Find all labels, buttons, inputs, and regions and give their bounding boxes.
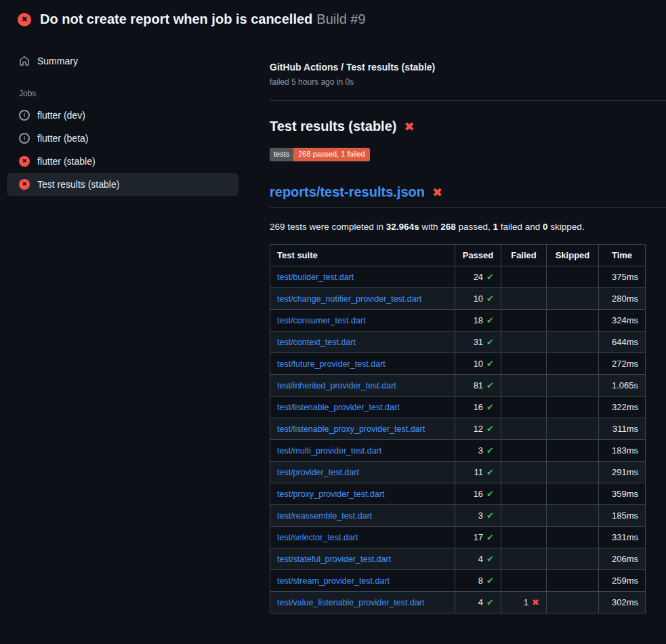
passed-cell: 3✔ (455, 505, 501, 527)
sidebar-jobs-list: !flutter (dev)!flutter (beta)✖flutter (s… (7, 104, 238, 196)
passed-cell: 18✔ (455, 310, 501, 331)
test-suite-link[interactable]: test/reassemble_test.dart (277, 511, 372, 521)
check-icon: ✔ (486, 337, 494, 347)
skipped-cell (547, 483, 599, 505)
test-suite-link[interactable]: test/multi_provider_test.dart (277, 446, 381, 456)
time-cell: 259ms (599, 570, 646, 592)
failed-cell (501, 548, 547, 570)
test-suite-link[interactable]: test/future_provider_test.dart (277, 359, 386, 369)
time-cell: 302ms (599, 592, 646, 613)
sidebar-item-label: Test results (stable) (37, 179, 119, 190)
test-suite-link[interactable]: test/change_notifier_provider_test.dart (277, 294, 421, 304)
column-header: Passed (455, 245, 501, 266)
column-header: Time (599, 245, 646, 266)
suite-cell: test/listenable_proxy_provider_test.dart (270, 418, 455, 440)
layout: Summary Jobs !flutter (dev)!flutter (bet… (0, 37, 666, 644)
section-title-text: Test results (stable) (270, 119, 396, 134)
test-suite-link[interactable]: test/value_listenable_provider_test.dart (277, 598, 425, 607)
suite-cell: test/inherited_provider_test.dart (270, 375, 455, 397)
sidebar-item-label: Summary (37, 56, 78, 66)
table-row: test/inherited_provider_test.dart81✔1.06… (270, 375, 646, 397)
failed-cell (501, 266, 547, 288)
home-icon (19, 56, 30, 66)
passed-cell: 31✔ (455, 331, 501, 353)
failed-cell (501, 570, 547, 592)
failed-icon: ✖ (19, 156, 30, 167)
skipped-cell (547, 462, 599, 483)
test-suite-link[interactable]: test/listenable_proxy_provider_test.dart (277, 424, 425, 434)
jobs-section-label: Jobs (19, 89, 238, 98)
test-suite-link[interactable]: test/listenable_provider_test.dart (277, 403, 400, 412)
test-suite-link[interactable]: test/stateful_provider_test.dart (277, 555, 391, 564)
passed-cell: 12✔ (455, 418, 501, 440)
skipped-cell (547, 375, 599, 397)
check-icon: ✔ (486, 294, 494, 304)
results-table-body: test/builder_test.dart24✔375mstest/chang… (270, 266, 646, 613)
section-title: Test results (stable) ✖ (270, 119, 666, 134)
test-suite-link[interactable]: test/builder_test.dart (277, 273, 354, 282)
failed-cell (501, 353, 547, 375)
passed-cell: 8✔ (455, 570, 501, 592)
check-icon: ✔ (486, 315, 494, 325)
time-cell: 291ms (599, 462, 646, 483)
skipped-cell (547, 353, 599, 375)
skipped-cell (547, 331, 599, 353)
failed-cell: 1✖ (501, 592, 547, 613)
skipped-cell (547, 527, 599, 548)
skipped-cell (547, 288, 599, 310)
time-cell: 331ms (599, 527, 646, 548)
sidebar-item-test-results-stable[interactable]: ✖Test results (stable) (7, 173, 238, 196)
check-icon: ✔ (486, 467, 494, 477)
table-row: test/proxy_provider_test.dart16✔359ms (270, 483, 646, 505)
sidebar-item-flutter-stable[interactable]: ✖flutter (stable) (7, 150, 238, 173)
test-suite-link[interactable]: test/inherited_provider_test.dart (277, 381, 396, 390)
time-cell: 272ms (599, 353, 646, 375)
main-content: GitHub Actions / Test results (stable) f… (249, 37, 666, 644)
failed-cell (501, 310, 547, 331)
test-suite-link[interactable]: test/proxy_provider_test.dart (277, 489, 384, 499)
report-link[interactable]: reports/test-results.json (270, 184, 425, 200)
test-suite-link[interactable]: test/stream_provider_test.dart (277, 576, 390, 586)
skipped-cell (547, 397, 599, 418)
column-header: Failed (501, 245, 547, 266)
summary-text: 269 tests were completed in 32.964s with… (270, 222, 666, 232)
suite-cell: test/value_listenable_provider_test.dart (270, 592, 455, 613)
cancelled-icon: ! (19, 110, 30, 121)
skipped-cell (547, 548, 599, 570)
suite-cell: test/stateful_provider_test.dart (270, 548, 455, 570)
page-title: Do not create report when job is cancell… (40, 12, 366, 27)
report-heading: reports/test-results.json ✖ (270, 184, 666, 208)
sidebar-item-flutter-beta[interactable]: !flutter (beta) (7, 127, 238, 150)
skipped-cell (547, 310, 599, 331)
table-row: test/value_listenable_provider_test.dart… (270, 592, 646, 613)
table-row: test/multi_provider_test.dart3✔183ms (270, 440, 646, 462)
skipped-cell (547, 570, 599, 592)
sidebar-item-flutter-dev[interactable]: !flutter (dev) (7, 104, 238, 127)
failed-x-icon: ✖ (432, 185, 442, 200)
tests-badge: tests 268 passed, 1 failed (270, 148, 370, 161)
time-cell: 280ms (599, 288, 646, 310)
breadcrumb: GitHub Actions / Test results (stable) (270, 62, 666, 73)
suite-cell: test/change_notifier_provider_test.dart (270, 288, 455, 310)
passed-cell: 4✔ (455, 592, 501, 613)
passed-cell: 16✔ (455, 397, 501, 418)
run-status-text: failed 5 hours ago in 0s (270, 77, 666, 87)
passed-cell: 16✔ (455, 483, 501, 505)
check-icon: ✔ (486, 402, 494, 412)
time-cell: 324ms (599, 310, 646, 331)
column-header: Skipped (547, 245, 599, 266)
time-cell: 206ms (599, 548, 646, 570)
sidebar-item-summary[interactable]: Summary (7, 49, 238, 73)
run-failed-icon: ✖ (18, 13, 31, 26)
test-suite-link[interactable]: test/consumer_test.dart (277, 316, 366, 325)
test-suite-link[interactable]: test/context_test.dart (277, 338, 356, 347)
time-cell: 644ms (599, 331, 646, 353)
suite-cell: test/provider_test.dart (270, 462, 455, 483)
passed-cell: 81✔ (455, 375, 501, 397)
suite-cell: test/future_provider_test.dart (270, 353, 455, 375)
test-suite-link[interactable]: test/selector_test.dart (277, 533, 358, 542)
time-cell: 359ms (599, 483, 646, 505)
test-suite-link[interactable]: test/provider_test.dart (277, 468, 359, 477)
badge-label: tests (270, 148, 293, 161)
passed-cell: 24✔ (455, 266, 501, 288)
